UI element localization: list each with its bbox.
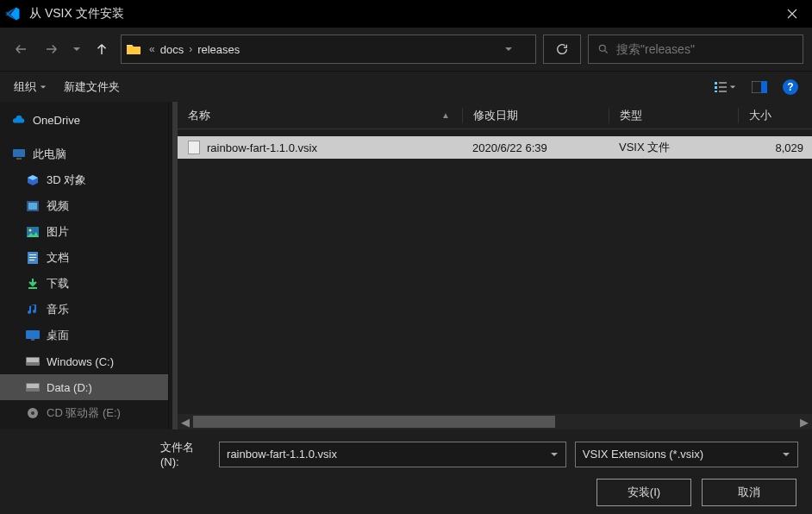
drive-icon	[26, 354, 40, 368]
breadcrumb-seg-2[interactable]: releases	[197, 43, 240, 56]
content-area: 名称 ▲ 修改日期 类型 大小 rainbow-fart-1.1.0.vsix …	[169, 102, 812, 429]
titlebar: 从 VSIX 文件安装	[0, 0, 812, 28]
search-box[interactable]	[588, 34, 803, 64]
svg-rect-23	[27, 358, 39, 362]
file-size: 8,029	[738, 141, 812, 154]
svg-point-27	[31, 411, 34, 415]
tree-item[interactable]: 音乐	[0, 297, 168, 323]
sort-indicator-icon: ▲	[441, 110, 450, 120]
svg-rect-20	[26, 330, 40, 339]
drive-icon	[26, 380, 40, 394]
tree-thispc[interactable]: 此电脑	[0, 141, 168, 167]
tree-item[interactable]: 桌面	[0, 323, 168, 348]
view-options-button[interactable]	[714, 80, 736, 94]
tree-item[interactable]: CD 驱动器 (E:)	[0, 400, 168, 426]
col-date[interactable]: 修改日期	[462, 108, 609, 123]
svg-rect-21	[31, 339, 34, 341]
chevron-down-icon	[782, 450, 790, 459]
organize-menu[interactable]: 组织	[14, 79, 47, 95]
documents-icon	[26, 251, 40, 265]
file-list: 名称 ▲ 修改日期 类型 大小 rainbow-fart-1.1.0.vsix …	[178, 102, 812, 429]
preview-pane-button[interactable]	[752, 81, 767, 93]
cancel-button[interactable]: 取消	[702, 479, 796, 506]
svg-rect-12	[28, 203, 37, 210]
back-button[interactable]	[9, 37, 33, 61]
desktop-icon	[26, 329, 40, 342]
chevron-right-icon: ›	[189, 43, 192, 55]
tree-item[interactable]: 下载	[0, 271, 168, 297]
breadcrumb-bar[interactable]: « docs › releases	[121, 34, 536, 64]
tree-splitter[interactable]	[169, 102, 178, 429]
tree-item[interactable]: 文档	[0, 245, 168, 271]
col-size[interactable]: 大小	[738, 108, 812, 123]
tree-item-selected[interactable]: Data (D:)	[0, 374, 168, 400]
nav-toolbar: « docs › releases	[0, 28, 812, 71]
new-folder-button[interactable]: 新建文件夹	[64, 79, 120, 95]
open-button[interactable]: 安装(I)	[597, 479, 691, 506]
filetype-filter[interactable]: VSIX Extensions (*.vsix)	[575, 442, 798, 467]
forward-button[interactable]	[40, 37, 64, 61]
svg-rect-8	[761, 81, 767, 93]
svg-rect-25	[27, 384, 39, 388]
tree-onedrive[interactable]: OneDrive	[0, 107, 168, 133]
column-headers: 名称 ▲ 修改日期 类型 大小	[178, 102, 812, 129]
chevron-left-icon: «	[149, 43, 155, 55]
main-area: OneDrive 此电脑 3D 对象 视频 图片 文档 下载	[0, 102, 812, 429]
svg-rect-18	[29, 260, 34, 260]
help-button[interactable]: ?	[783, 79, 798, 95]
svg-rect-10	[16, 158, 22, 160]
file-type: VSIX 文件	[609, 140, 738, 155]
svg-rect-5	[719, 86, 727, 88]
svg-rect-9	[13, 149, 25, 157]
video-icon	[26, 199, 40, 213]
scroll-left-icon[interactable]: ◀	[178, 416, 193, 429]
pc-icon	[12, 147, 26, 161]
pictures-icon	[26, 225, 40, 239]
col-type[interactable]: 类型	[609, 108, 738, 123]
svg-rect-2	[715, 86, 717, 89]
nav-tree: OneDrive 此电脑 3D 对象 视频 图片 文档 下载	[0, 102, 169, 429]
vscode-icon	[5, 6, 21, 22]
up-button[interactable]	[90, 37, 114, 61]
cube-icon	[26, 173, 40, 187]
footer: 文件名(N): rainbow-fart-1.1.0.vsix VSIX Ext…	[0, 429, 812, 506]
organize-bar: 组织 新建文件夹 ?	[0, 71, 812, 102]
file-icon	[188, 141, 200, 154]
breadcrumb-seg-1[interactable]: docs	[160, 43, 184, 56]
svg-rect-17	[29, 257, 36, 258]
filename-combo[interactable]: rainbow-fart-1.1.0.vsix	[219, 442, 566, 467]
tree-item[interactable]: Windows (C:)	[0, 348, 168, 374]
chevron-down-icon	[550, 450, 559, 459]
file-row-selected[interactable]: rainbow-fart-1.1.0.vsix 2020/6/22 6:39 V…	[178, 136, 812, 159]
tree-item[interactable]: 图片	[0, 219, 168, 245]
scroll-track[interactable]	[193, 414, 796, 429]
window-title: 从 VSIX 文件安装	[29, 6, 124, 22]
search-icon	[597, 43, 609, 55]
col-name[interactable]: 名称 ▲	[178, 108, 462, 123]
tree-item[interactable]: 视频	[0, 193, 168, 219]
recent-dropdown-icon[interactable]	[71, 37, 83, 61]
breadcrumb-dropdown-icon[interactable]	[504, 45, 530, 53]
download-icon	[26, 277, 40, 291]
search-input[interactable]	[616, 42, 794, 56]
svg-rect-1	[715, 82, 717, 85]
folder-icon	[127, 43, 141, 55]
filter-value: VSIX Extensions (*.vsix)	[583, 448, 703, 461]
svg-rect-3	[715, 91, 717, 92]
scroll-thumb[interactable]	[193, 416, 555, 428]
disc-icon	[26, 406, 40, 420]
scroll-right-icon[interactable]: ▶	[796, 416, 812, 429]
filename-value: rainbow-fart-1.1.0.vsix	[227, 448, 337, 461]
svg-rect-16	[29, 254, 36, 255]
music-icon	[26, 303, 40, 317]
file-name: rainbow-fart-1.1.0.vsix	[207, 141, 317, 154]
svg-rect-6	[719, 91, 727, 92]
horizontal-scrollbar[interactable]: ◀ ▶	[178, 414, 812, 429]
refresh-button[interactable]	[543, 34, 581, 64]
tree-item[interactable]: 3D 对象	[0, 167, 168, 193]
filename-label: 文件名(N):	[160, 440, 210, 468]
svg-rect-4	[719, 82, 727, 84]
close-button[interactable]	[772, 0, 812, 28]
onedrive-icon	[12, 113, 26, 127]
svg-point-0	[599, 45, 605, 51]
